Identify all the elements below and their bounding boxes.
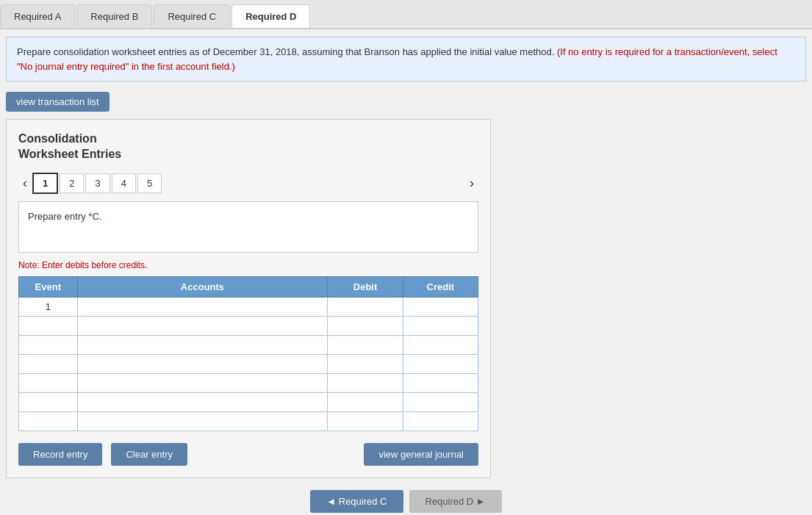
debit-input[interactable] (328, 412, 402, 431)
credit-cell[interactable] (403, 297, 478, 316)
event-cell (19, 373, 78, 392)
credit-input[interactable] (403, 393, 478, 411)
view-transaction-button[interactable]: view transaction list (6, 92, 109, 112)
table-row (19, 316, 478, 335)
page-5[interactable]: 5 (137, 173, 162, 193)
instruction-main-text: Prepare consolidation worksheet entries … (17, 46, 554, 57)
account-cell[interactable] (77, 411, 328, 431)
page-3[interactable]: 3 (85, 173, 109, 193)
bottom-nav: ◄ Required C Required D ► (0, 490, 812, 513)
event-cell (19, 335, 78, 354)
table-row: 1 (19, 297, 478, 316)
pagination: ‹ 1 2 3 4 5 › (18, 173, 478, 194)
debit-input[interactable] (328, 393, 402, 411)
account-input[interactable] (78, 355, 328, 373)
page-1[interactable]: 1 (32, 173, 58, 194)
credit-input[interactable] (403, 336, 478, 354)
tab-required-b[interactable]: Required B (76, 4, 152, 28)
tabs-bar: Required A Required B Required C Require… (0, 0, 812, 29)
table-row (19, 373, 478, 392)
event-cell: 1 (19, 297, 78, 316)
col-header-debit: Debit (328, 276, 403, 297)
credit-cell[interactable] (403, 316, 478, 335)
account-cell[interactable] (77, 354, 328, 373)
account-cell[interactable] (77, 335, 328, 354)
account-input[interactable] (78, 298, 328, 316)
page-4[interactable]: 4 (112, 173, 136, 193)
action-buttons-row: Record entry Clear entry view general jo… (18, 443, 478, 466)
table-row (19, 411, 478, 431)
account-input[interactable] (78, 317, 328, 335)
credit-cell[interactable] (403, 354, 478, 373)
tab-required-c[interactable]: Required C (154, 4, 230, 28)
credit-input[interactable] (403, 317, 478, 335)
tab-required-d[interactable]: Required D (231, 4, 310, 28)
account-cell[interactable] (77, 297, 328, 316)
debit-cell[interactable] (328, 392, 403, 411)
col-header-event: Event (19, 276, 78, 297)
debit-cell[interactable] (328, 316, 403, 335)
debit-cell[interactable] (328, 297, 403, 316)
page-2[interactable]: 2 (60, 173, 84, 193)
credit-cell[interactable] (403, 411, 478, 431)
debit-input[interactable] (328, 298, 402, 316)
credit-cell[interactable] (403, 392, 478, 411)
account-input[interactable] (78, 374, 328, 392)
account-input[interactable] (78, 412, 328, 431)
main-panel: Consolidation Worksheet Entries ‹ 1 2 3 … (6, 119, 491, 478)
table-row (19, 392, 478, 411)
debit-input[interactable] (328, 355, 402, 373)
table-row (19, 335, 478, 354)
account-cell[interactable] (77, 316, 328, 335)
account-cell[interactable] (77, 373, 328, 392)
record-entry-button[interactable]: Record entry (18, 443, 102, 466)
event-cell (19, 411, 78, 431)
entry-description-text: Prepare entry *C. (28, 211, 101, 222)
instruction-box: Prepare consolidation worksheet entries … (6, 37, 806, 82)
journal-table: Event Accounts Debit Credit 1 (18, 276, 478, 431)
account-input[interactable] (78, 393, 328, 411)
nav-next-button: Required D ► (409, 490, 502, 513)
view-general-journal-button[interactable]: view general journal (364, 443, 478, 466)
credit-input[interactable] (403, 412, 478, 431)
entry-description-box: Prepare entry *C. (18, 201, 478, 253)
nav-prev-button[interactable]: ◄ Required C (310, 490, 403, 513)
debit-input[interactable] (328, 317, 402, 335)
prev-page-arrow[interactable]: ‹ (18, 173, 32, 194)
panel-title: Consolidation Worksheet Entries (18, 132, 478, 162)
account-cell[interactable] (77, 392, 328, 411)
credit-input[interactable] (403, 298, 478, 316)
note-text: Note: Enter debits before credits. (18, 260, 478, 270)
event-cell (19, 392, 78, 411)
debit-cell[interactable] (328, 373, 403, 392)
debit-input[interactable] (328, 336, 402, 354)
event-cell (19, 354, 78, 373)
account-input[interactable] (78, 336, 328, 354)
event-cell (19, 316, 78, 335)
clear-entry-button[interactable]: Clear entry (111, 443, 187, 466)
tab-required-a[interactable]: Required A (0, 4, 75, 28)
credit-input[interactable] (403, 355, 478, 373)
debit-cell[interactable] (328, 354, 403, 373)
debit-cell[interactable] (328, 411, 403, 431)
credit-cell[interactable] (403, 335, 478, 354)
table-row (19, 354, 478, 373)
col-header-credit: Credit (403, 276, 478, 297)
credit-cell[interactable] (403, 373, 478, 392)
next-page-arrow[interactable]: › (465, 173, 478, 194)
col-header-accounts: Accounts (77, 276, 328, 297)
credit-input[interactable] (403, 374, 478, 392)
debit-cell[interactable] (328, 335, 403, 354)
debit-input[interactable] (328, 374, 402, 392)
